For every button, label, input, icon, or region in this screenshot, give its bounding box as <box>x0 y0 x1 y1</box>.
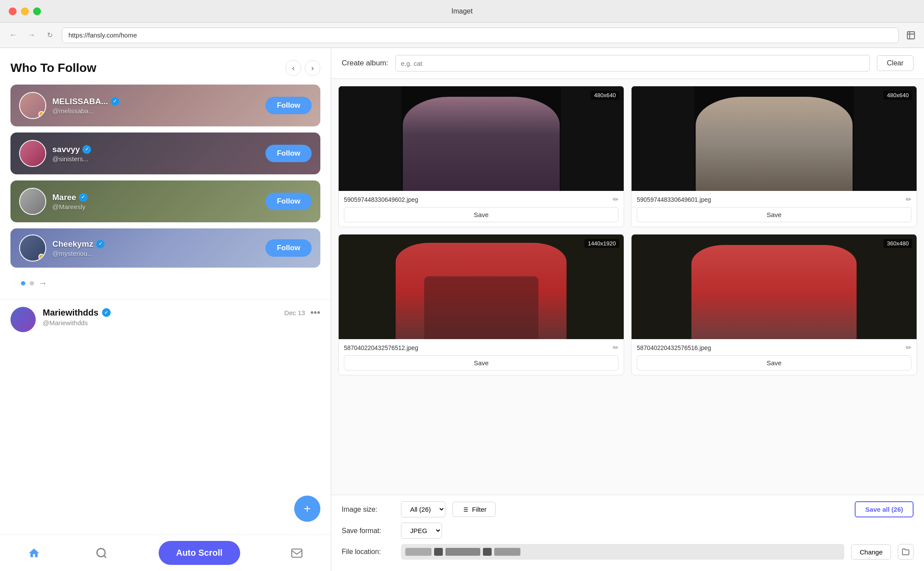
search-nav-button[interactable] <box>91 542 112 564</box>
post-author-name: Mariewithdds ✓ <box>43 308 111 318</box>
image-filename: 587040220432576516.jpeg <box>637 344 711 351</box>
save-all-button[interactable]: Save all (26) <box>855 501 914 517</box>
next-profile-button[interactable]: › <box>305 60 320 76</box>
image-info: 587040220432576512.jpeg ✏ Save <box>339 339 624 375</box>
save-image-button[interactable]: Save <box>344 355 618 370</box>
verified-icon: ✓ <box>102 308 111 317</box>
titlebar: Imaget <box>0 0 924 23</box>
page-dot-1 <box>21 281 25 286</box>
footer-row-3: File location: Change <box>342 544 914 560</box>
save-image-button[interactable]: Save <box>344 207 618 222</box>
who-to-follow-section: Who To Follow ‹ › MELISSABA... <box>0 48 331 299</box>
avatar <box>19 140 46 167</box>
album-label: Create album: <box>342 59 388 68</box>
profile-name: MELISSABA... ✓ <box>52 97 259 106</box>
card-content: MELISSABA... ✓ @melissaba... Follow <box>10 92 320 119</box>
bottom-navigation: Auto Scroll + <box>0 534 331 571</box>
pagination-next-icon[interactable]: → <box>38 278 47 288</box>
image-thumbnail: 360x480 <box>632 235 917 339</box>
mail-nav-button[interactable] <box>286 542 308 564</box>
image-side-right <box>561 86 624 191</box>
extension-header: Create album: Clear <box>331 48 924 79</box>
image-info: 587040220432576516.jpeg ✏ Save <box>632 339 917 375</box>
change-location-button[interactable]: Change <box>851 544 891 560</box>
back-button[interactable]: ← <box>7 29 19 41</box>
image-side-left <box>339 86 401 191</box>
fab-add-button[interactable]: + <box>294 496 320 522</box>
file-location-label: File location: <box>342 548 394 556</box>
browser-content: Who To Follow ‹ › MELISSABA... <box>0 48 331 571</box>
pagination: → <box>10 274 320 292</box>
profile-name: Maree ✓ <box>52 193 259 202</box>
profile-card[interactable]: Cheekymz ✓ @mysteriou... Follow <box>10 228 320 268</box>
save-image-button[interactable]: Save <box>637 207 911 222</box>
profile-name: savvyy ✓ <box>52 145 259 154</box>
extension-icon[interactable] <box>905 29 917 41</box>
minimize-button[interactable] <box>21 7 29 15</box>
profile-card[interactable]: savvyy ✓ @sinisters... Follow <box>10 133 320 174</box>
image-card: 1440x1920 587040220432576512.jpeg ✏ Save <box>338 234 624 375</box>
url-input[interactable] <box>62 27 899 43</box>
prev-profile-button[interactable]: ‹ <box>285 60 301 76</box>
window-controls <box>9 7 41 15</box>
edit-filename-icon[interactable]: ✏ <box>906 195 911 204</box>
post-info: Mariewithdds ✓ Dec 13 ••• @Mariewithdds <box>43 307 320 326</box>
image-side-right <box>854 86 917 191</box>
avatar-image <box>20 189 45 214</box>
follow-button[interactable]: Follow <box>265 193 312 210</box>
image-size-select[interactable]: All (26) <box>401 501 445 517</box>
maximize-button[interactable] <box>33 7 41 15</box>
album-input[interactable] <box>395 55 870 71</box>
verified-icon: ✓ <box>82 145 91 154</box>
image-thumbnail: 1440x1920 <box>339 235 624 339</box>
profile-card[interactable]: MELISSABA... ✓ @melissaba... Follow <box>10 85 320 126</box>
file-location-bar <box>401 544 844 560</box>
forward-button[interactable]: → <box>25 29 37 41</box>
open-folder-button[interactable] <box>898 544 914 560</box>
profile-handle: @mysteriou... <box>52 250 259 257</box>
filename-row: 590597448330649601.jpeg ✏ <box>637 195 911 204</box>
follow-button[interactable]: Follow <box>265 97 312 114</box>
follow-button[interactable]: Follow <box>265 145 312 162</box>
filter-button[interactable]: Filter <box>452 502 496 517</box>
post-area: Mariewithdds ✓ Dec 13 ••• @Mariewithdds <box>0 299 331 339</box>
filename-row: 587040220432576512.jpeg ✏ <box>344 343 618 352</box>
card-info: MELISSABA... ✓ @melissaba... <box>46 97 265 115</box>
more-options-button[interactable]: ••• <box>310 307 320 318</box>
image-card: 480x640 590597448330649601.jpeg ✏ Save <box>631 86 917 227</box>
location-segment <box>405 548 431 556</box>
online-indicator <box>38 111 44 117</box>
save-format-select[interactable]: JPEG <box>401 523 442 539</box>
auto-scroll-button[interactable]: Auto Scroll <box>159 541 240 565</box>
location-segment <box>434 548 443 556</box>
profile-name: Cheekymz ✓ <box>52 239 259 249</box>
location-segment <box>445 548 480 556</box>
home-nav-button[interactable] <box>23 542 45 564</box>
image-size-badge: 360x480 <box>883 239 912 248</box>
post-date: Dec 13 <box>284 309 305 316</box>
image-info: 590597448330649601.jpeg ✏ Save <box>632 191 917 227</box>
edit-filename-icon[interactable]: ✏ <box>613 195 618 204</box>
profile-card[interactable]: Maree ✓ @Mareesly Follow <box>10 180 320 222</box>
close-button[interactable] <box>9 7 17 15</box>
filter-icon <box>462 506 469 513</box>
main-area: Who To Follow ‹ › MELISSABA... <box>0 48 924 571</box>
filename-row: 587040220432576516.jpeg ✏ <box>637 343 911 352</box>
filter-label: Filter <box>472 506 486 513</box>
image-size-label: Image size: <box>342 506 394 513</box>
browser-chrome: ← → ↻ <box>0 23 924 48</box>
edit-filename-icon[interactable]: ✏ <box>613 343 618 352</box>
save-image-button[interactable]: Save <box>637 355 911 370</box>
image-info: 590597448330649602.jpeg ✏ Save <box>339 191 624 227</box>
wtf-title: Who To Follow <box>10 61 96 75</box>
image-size-badge: 480x640 <box>591 91 619 100</box>
refresh-button[interactable]: ↻ <box>44 29 56 41</box>
location-segment <box>494 548 520 556</box>
clear-button[interactable]: Clear <box>877 55 914 71</box>
wtf-header: Who To Follow ‹ › <box>10 60 320 76</box>
image-thumbnail: 480x640 <box>339 86 624 191</box>
profile-handle: @melissaba... <box>52 107 259 115</box>
follow-button[interactable]: Follow <box>265 239 312 257</box>
edit-filename-icon[interactable]: ✏ <box>906 343 911 352</box>
profile-handle: @Mareesly <box>52 203 259 211</box>
